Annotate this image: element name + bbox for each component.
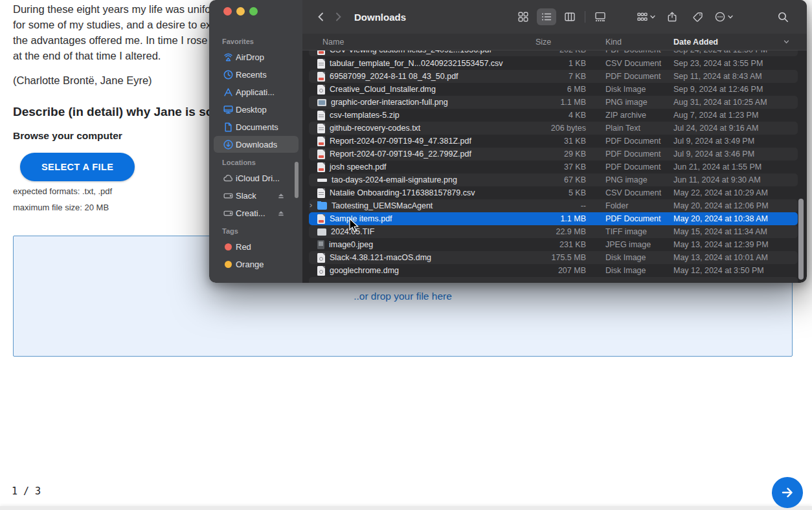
pdf-file-icon <box>317 50 325 55</box>
folder-file-icon <box>317 202 327 210</box>
sidebar-item-orange[interactable]: Orange <box>214 256 299 272</box>
tif-file-icon <box>317 228 326 236</box>
table-row[interactable]: Sample items.pdf 1.1 MB PDF Document May… <box>309 212 798 225</box>
file-name: graphic-order-interaction-full.png <box>331 98 448 107</box>
file-date: Jun 21, 2024 at 1:55 PM <box>662 162 798 172</box>
file-list: CSV Viewing custom fields_24092...1556.p… <box>302 50 807 283</box>
tags-button[interactable] <box>688 8 708 25</box>
file-name-cell: 2024.05.TIF <box>309 227 510 236</box>
file-kind: Plain Text <box>587 124 662 133</box>
file-kind: PNG image <box>587 175 662 184</box>
sidebar-item-label: Red <box>236 242 251 252</box>
passage-attribution: (Charlotte Brontë, Jane Eyre) <box>13 72 225 88</box>
sidebar-item-documents[interactable]: Documents <box>214 118 299 135</box>
file-size: 1.1 MB <box>510 98 587 107</box>
table-row[interactable]: googlechrome.dmg 207 MB Disk Image May 1… <box>309 264 798 277</box>
file-name-cell: Report-2024-07-09T19-46_22.799Z.pdf <box>309 150 510 159</box>
column-header-date-added[interactable]: Date Added <box>662 38 798 47</box>
file-kind: PDF Document <box>587 162 662 172</box>
cloud-icon <box>222 172 234 184</box>
table-row[interactable]: github-recovery-codes.txt 206 bytes Plai… <box>309 122 798 135</box>
sidebar-section-label: Tags <box>209 222 302 238</box>
file-size: 6 MB <box>510 85 587 94</box>
next-button[interactable] <box>772 477 803 508</box>
file-name-cell: csv-templates-5.zip <box>309 111 510 120</box>
table-row[interactable]: graphic-order-interaction-full.png 1.1 M… <box>309 96 798 109</box>
eject-icon[interactable] <box>276 208 286 217</box>
table-row[interactable] <box>309 277 798 283</box>
sidebar-item-downloads[interactable]: Downloads <box>214 136 299 153</box>
table-row[interactable]: CSV Viewing custom fields_24092...1556.p… <box>309 50 798 56</box>
table-row[interactable]: 69587099_2024-8-11 08_43_50.pdf 7 KB PDF… <box>309 70 798 83</box>
table-row[interactable]: Natalie Onboarding-1716388157879.csv 5 K… <box>309 186 798 199</box>
sidebar-item-slack[interactable]: Slack <box>214 187 299 204</box>
table-row[interactable]: tao-days-2024-email-signature.png 67 KB … <box>309 173 798 186</box>
file-name: tabular_template_for_N...024092321553457… <box>330 59 503 68</box>
column-view-button[interactable] <box>560 8 580 25</box>
toolbar-actions <box>637 8 734 25</box>
browse-label: Browse your computer <box>13 130 122 142</box>
sidebar-item-desktop[interactable]: Desktop <box>214 101 299 118</box>
finder-window: Favorites AirDrop Recents Applicati... D… <box>209 0 807 283</box>
icon-view-button[interactable] <box>513 8 533 25</box>
share-button[interactable] <box>662 8 682 25</box>
table-row[interactable]: Creative_Cloud_Installer.dmg 6 MB Disk I… <box>309 83 798 96</box>
dmg-file-icon <box>317 266 325 276</box>
list-scrollbar[interactable] <box>798 199 804 280</box>
forward-button[interactable] <box>330 8 346 25</box>
file-size: 67 KB <box>510 175 587 184</box>
more-options-button[interactable] <box>714 8 734 25</box>
table-row[interactable]: josh speech.pdf 37 KB PDF Document Jun 2… <box>309 161 798 173</box>
file-date: Aug 7, 2024 at 1:23 PM <box>662 111 798 120</box>
select-file-button[interactable]: SELECT A FILE <box>20 153 135 181</box>
sidebar-item-creati[interactable]: Creati... <box>214 205 299 221</box>
table-row[interactable]: Report-2024-07-09T19-49_47.381Z.pdf 31 K… <box>309 135 798 148</box>
file-name-cell: graphic-order-interaction-full.png <box>309 98 510 107</box>
file-size: 5 KB <box>510 188 587 197</box>
sidebar-scrollbar[interactable] <box>295 162 299 198</box>
minimize-window-button[interactable] <box>236 7 245 16</box>
list-view-button[interactable] <box>537 8 556 25</box>
red-tag-dot <box>222 241 234 252</box>
file-date: Sep 9, 2024 at 12:46 PM <box>662 85 798 94</box>
clock-icon <box>222 69 234 80</box>
disclosure-chevron-icon[interactable]: › <box>310 201 312 209</box>
table-row[interactable]: csv-templates-5.zip 4 KB ZIP archive Aug… <box>309 109 798 122</box>
file-name: CSV Viewing custom fields_24092...1556.p… <box>330 50 491 54</box>
table-row[interactable]: 2024.05.TIF 22.9 MB TIFF image May 15, 2… <box>309 225 798 238</box>
search-button[interactable] <box>773 8 793 25</box>
file-name: tao-days-2024-email-signature.png <box>332 175 457 184</box>
column-header-size[interactable]: Size <box>510 38 587 47</box>
close-window-button[interactable] <box>223 7 232 16</box>
sidebar-item-recents[interactable]: Recents <box>214 66 299 83</box>
eject-icon[interactable] <box>276 191 286 200</box>
gallery-view-button[interactable] <box>591 8 610 25</box>
document-icon <box>222 121 234 133</box>
file-kind: ZIP archive <box>587 111 662 120</box>
sidebar-item-airdrop[interactable]: AirDrop <box>214 49 299 65</box>
file-name-cell: › Taotesting_UEMSMacAgent <box>309 201 510 210</box>
txt-file-icon <box>317 111 325 120</box>
file-name-cell: tao-days-2024-email-signature.png <box>309 175 510 184</box>
column-header-kind[interactable]: Kind <box>587 38 662 47</box>
sidebar-item-applicati[interactable]: Applicati... <box>214 83 299 100</box>
disk-icon <box>222 190 234 201</box>
file-name: Report-2024-07-09T19-49_47.381Z.pdf <box>330 137 471 146</box>
file-name: csv-templates-5.zip <box>330 111 400 120</box>
table-row[interactable]: › Taotesting_UEMSMacAgent -- Folder May … <box>309 199 798 212</box>
sidebar-item-red[interactable]: Red <box>214 238 299 255</box>
table-row[interactable]: image0.jpeg 231 KB JPEG image May 13, 20… <box>309 238 798 251</box>
file-date: May 13, 2024 at 12:39 PM <box>662 240 798 249</box>
column-header-name[interactable]: Name <box>309 38 510 47</box>
file-name-cell: josh speech.pdf <box>309 162 510 172</box>
file-kind: PDF Document <box>587 214 662 223</box>
table-row[interactable]: Report-2024-07-09T19-46_22.799Z.pdf 29 K… <box>309 148 798 161</box>
table-row[interactable]: Slack-4.38.121-macOS.dmg 175.5 MB Disk I… <box>309 251 798 264</box>
zoom-window-button[interactable] <box>249 7 258 16</box>
back-button[interactable] <box>313 8 330 25</box>
page-indicator: 1 / 3 <box>12 485 41 497</box>
group-button[interactable] <box>637 8 656 25</box>
sidebar-item-iclouddri[interactable]: iCloud Dri... <box>214 170 299 186</box>
table-row[interactable]: tabular_template_for_N...024092321553457… <box>309 57 798 70</box>
dmg-file-icon <box>317 253 325 263</box>
